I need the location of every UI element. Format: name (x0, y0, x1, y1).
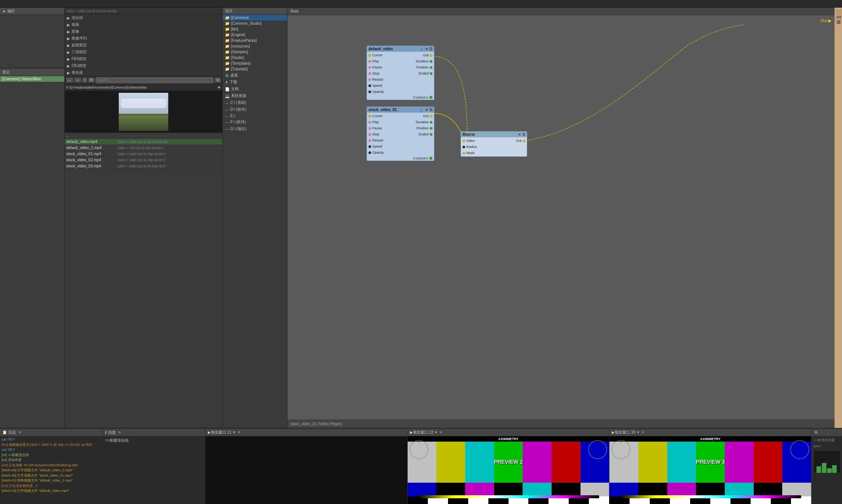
close-browser-button[interactable]: ✕ (215, 78, 221, 83)
port-speed-in: Speed (368, 83, 400, 88)
port-speed-in: Speed (368, 144, 400, 149)
preview2-content: AXIMMETRY (408, 436, 609, 504)
port-dot (430, 54, 432, 57)
log-panel-close[interactable]: ✕ (18, 430, 22, 434)
preview1-close[interactable]: ✕ (237, 430, 241, 434)
preview3-btn[interactable]: ▼ (635, 430, 641, 434)
fileinfo: 1280 × 720 (16:9) 25p 00:00:1 (117, 146, 221, 150)
port-dot (368, 66, 371, 69)
disk-icon: — (225, 101, 229, 105)
info-content: >>新建混合组 (103, 436, 205, 445)
file-list: .. default_video.mp4 1920 × 1080 (16:9) … (65, 133, 222, 428)
node-menu-icon[interactable]: ☰ (429, 108, 432, 112)
port-dot (430, 72, 432, 75)
port-dot (368, 121, 371, 124)
node-menu-icon[interactable]: ☰ (429, 47, 432, 51)
filename: default_video.mp4 (66, 140, 116, 144)
category-图像序列[interactable]: ▶ 图像序列 (65, 35, 222, 42)
node-menu-icon[interactable]: ☰ (522, 133, 525, 137)
port-position-right: Position (416, 65, 432, 70)
log-entry: [Work-03] 打开视频文件 "default_video.mp4" (2, 488, 101, 494)
tree-item-g-drive[interactable]: — G:\ (项目) (223, 126, 287, 132)
port-dot (368, 84, 371, 87)
search-input[interactable] (96, 77, 214, 83)
node-status-text: stock_video_01 (Video Player) (290, 422, 342, 426)
file-row[interactable]: stock_video_02.mp4 1920 × 1080 (16:9) 30… (65, 157, 222, 163)
desktop-icon: 🖥 (225, 73, 229, 78)
preview1-btn[interactable]: ▼ (231, 430, 237, 434)
category-混合组[interactable]: ▶ 混合组 (65, 14, 222, 21)
parent-dir-item[interactable]: .. (65, 133, 222, 139)
up-button[interactable]: ↑ (82, 78, 87, 83)
tree-item-tutorials[interactable]: 📁 [Tutorials] (223, 66, 287, 72)
category-贴图图层[interactable]: ▶ 贴图图层 (65, 42, 222, 49)
node-coplayers-label: Coplayers (413, 95, 428, 99)
category-视频[interactable]: ▶ 视频 (65, 21, 222, 28)
tree-item-downloads[interactable]: ⬇ 下载 (223, 79, 287, 86)
back-button[interactable]: ← (66, 78, 73, 83)
tree-item-common-studio[interactable]: 📁 [Common_Studio] (223, 21, 287, 26)
贴图图层-icon: ▶ (67, 43, 70, 48)
filename: stock_video_03.mp4 (66, 164, 116, 168)
preview3-title: 预览窗口 3 (615, 430, 633, 435)
tree-item-documents[interactable]: 📄 文档 (223, 86, 287, 92)
category-图像[interactable]: ▶ 图像 (65, 28, 222, 35)
tree-item-sysres[interactable]: 💻 系统资源 (223, 92, 287, 99)
node-close-icon[interactable]: ✕ (425, 108, 428, 112)
tree-item-desktop[interactable]: 🖥 桌面 (223, 72, 287, 79)
recent-item[interactable]: [Common]:Videos\Misc (0, 76, 64, 82)
info-panel-close[interactable]: ✕ (117, 430, 122, 434)
info-panel-title: 信息 (108, 430, 116, 435)
tree-item-d-drive[interactable]: — D:\ (软件) (223, 106, 287, 113)
file-row[interactable]: stock_video_03.mp4 1920 × 1080 (16:9) 59… (65, 163, 222, 169)
tree-item-c-drive[interactable]: — C:\ (系统) (223, 99, 287, 106)
favorites-title: 偏好 (7, 8, 15, 14)
category-OBJ模型[interactable]: ▶ OBJ模型 (65, 62, 222, 69)
refresh-button[interactable]: ⟳ (88, 78, 94, 83)
category-FBX模型[interactable]: ▶ FBX模型 (65, 56, 222, 62)
downloads-icon: ⬇ (225, 80, 228, 84)
tree-item-e-drive[interactable]: — E:\ (223, 113, 287, 119)
preview2-btn[interactable]: ▼ (434, 430, 439, 434)
tree-item-resources[interactable]: 📁 [resources] (223, 43, 287, 49)
coplayers-dot (429, 157, 432, 160)
node-close-icon[interactable]: ✕ (425, 47, 428, 51)
tree-item-featurepacks[interactable]: 📁 [FeaturePacks] (223, 38, 287, 43)
preview3-close[interactable]: ✕ (641, 430, 645, 434)
sidebar-collapse-button[interactable]: ◀◀ (836, 9, 842, 24)
file-row[interactable]: default_video_2.mp4 1280 × 720 (16:9) 25… (65, 145, 222, 151)
tree-item-studio[interactable]: 📁 [Studio] (223, 55, 287, 60)
preview2-close[interactable]: ✕ (439, 430, 443, 434)
recent-title: 最近 (2, 70, 10, 75)
file-row[interactable]: stock_video_01.mp4 1920 × 1080 (16:9) 30… (65, 151, 222, 157)
node-editor[interactable]: Root Out ▶ default_video (287, 8, 834, 428)
disk-icon: — (225, 127, 229, 131)
tree-item-f-drive[interactable]: — F:\ (软件) (223, 119, 287, 126)
log-entry: [Work-01] 绑再视频文件 "default_video_2.mp4" (2, 478, 101, 483)
node-canvas[interactable]: Out ▶ default_video 🔊 ✕ ☰ (287, 15, 834, 420)
tree-item-bin[interactable]: 📁 [bin] (223, 26, 287, 32)
node-audio-icon[interactable]: 🔊 (420, 108, 424, 112)
favorite-star-icon[interactable]: ★ (217, 85, 221, 89)
category-着色器[interactable]: ▶ 着色器 (65, 69, 222, 76)
node-close-icon[interactable]: ✕ (518, 133, 521, 137)
preview1-icon: ▶ (208, 430, 211, 434)
tree-item-engine[interactable]: 📁 [Engine] (223, 32, 287, 38)
node-stock-video-01[interactable]: stock_video_01 🔊 ✕ ☰ Cursor (367, 107, 434, 161)
tree-item-templates[interactable]: 📁 [Templates] (223, 60, 287, 66)
node-editor-root-label: Root (290, 9, 298, 13)
category-三维模型[interactable]: ▶ 三维模型 (65, 49, 222, 56)
node-default-video[interactable]: default_video 🔊 ✕ ☰ Cursor (367, 46, 434, 100)
node-blurrer[interactable]: Blurrer ✕ ☰ Video Radius (461, 131, 527, 157)
proc-icon: ⚙ (814, 430, 818, 434)
file-row[interactable]: default_video.mp4 1920 × 1080 (16:9) 29.… (65, 139, 222, 145)
preview1-title: 预览窗口 1 (211, 430, 229, 435)
tree-item-samples[interactable]: 📁 [Samples] (223, 49, 287, 55)
FBX模型-icon: ▶ (67, 57, 70, 61)
forward-button[interactable]: → (74, 78, 81, 83)
project-tree: 项目 📁 [Common] 📁 [Common_Studio] 📁 [bin] … (223, 8, 287, 428)
node-audio-icon[interactable]: 🔊 (420, 47, 424, 51)
log-entry: Lat 7/0.7 (2, 437, 101, 442)
port-cursor-in: Cursor (368, 52, 400, 58)
tree-item-common[interactable]: 📁 [Common] (223, 15, 287, 21)
